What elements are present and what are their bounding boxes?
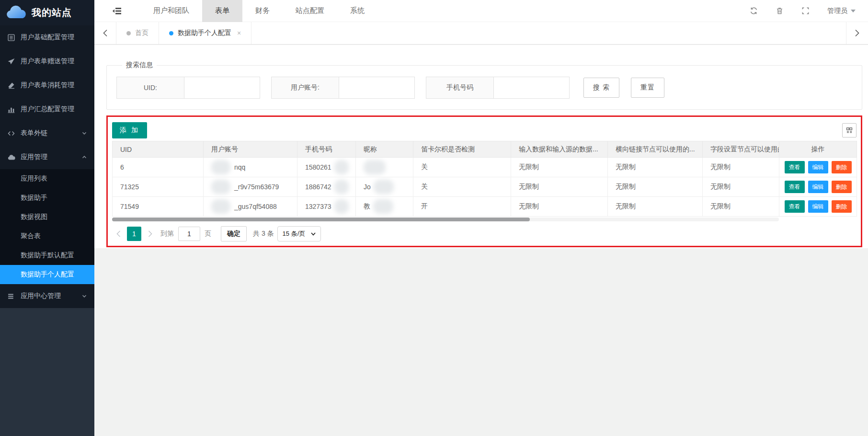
close-tab-icon[interactable]: × (237, 29, 241, 37)
phone-input[interactable] (493, 77, 570, 99)
cell-nickname-text: Jo (364, 183, 371, 191)
sidebar-subitem-assistant-personal-config[interactable]: 数据助手个人配置 (0, 265, 94, 284)
top-tab-users-teams[interactable]: 用户和团队 (140, 0, 202, 22)
sidebar-item-user-summary[interactable]: 用户汇总配置管理 (0, 97, 94, 121)
cell-account-text: nqq (234, 163, 245, 171)
content-card: 搜索信息 UID: 用户账号: 手机号码 搜 索 重置 (94, 45, 868, 248)
tabbar-scroll-right-icon[interactable] (846, 22, 868, 44)
pagination: 1 到第 页 确定 共 3 条 15 条/页 (112, 226, 857, 241)
sidebar-subitem-data-assistant[interactable]: 数据助手 (0, 188, 94, 207)
uid-label: UID: (116, 77, 184, 99)
table-toolbar: 添 加 (112, 121, 857, 140)
sidebar-item-label: 用户汇总配置管理 (21, 105, 74, 114)
col-header-actions[interactable]: 操作 (779, 141, 857, 158)
code-link-icon (7, 129, 15, 138)
account-input[interactable] (339, 77, 415, 99)
top-tab-system[interactable]: 系统 (337, 0, 377, 22)
cell-actions: 查看 编辑 删除 (779, 197, 857, 217)
redaction-blur (334, 160, 349, 174)
fullscreen-icon[interactable] (801, 7, 810, 15)
page-size-value: 15 条/页 (283, 229, 306, 238)
top-tab-label: 财务 (255, 6, 270, 15)
top-tab-finance[interactable]: 财务 (242, 0, 283, 22)
trash-icon[interactable] (776, 7, 784, 15)
col-header-uid[interactable]: UID (113, 141, 204, 158)
sidebar-item-form-external-link[interactable]: 表单外链 (0, 121, 94, 145)
reset-button[interactable]: 重置 (631, 78, 664, 98)
uid-field-group: UID: (116, 77, 260, 99)
subitem-label: 应用列表 (21, 174, 47, 183)
cell-uid: 6 (113, 158, 204, 177)
cell-account: _gus7qf54088 (204, 197, 297, 217)
cell-input-source-limit: 无限制 (511, 197, 608, 217)
tabbar-scroll-left-icon[interactable] (94, 22, 116, 44)
top-tab-site-config[interactable]: 站点配置 (283, 0, 337, 22)
scrollbar-thumb[interactable] (112, 218, 530, 221)
logo-bar[interactable]: 我的站点 (0, 0, 94, 25)
sidebar-item-app-center-manage[interactable]: 应用中心管理 (0, 284, 94, 308)
horizontal-scrollbar[interactable] (112, 218, 779, 221)
user-menu[interactable]: 管理员 (827, 7, 856, 15)
redaction-blur (374, 180, 394, 194)
view-button[interactable]: 查看 (785, 181, 805, 193)
top-tab-label: 系统 (350, 6, 365, 15)
prev-page-icon[interactable] (112, 227, 125, 241)
uid-input[interactable] (184, 77, 260, 99)
refresh-icon[interactable] (750, 7, 758, 15)
sidebar-item-label: 用户基础配置管理 (21, 33, 74, 42)
sidebar-item-app-manage[interactable]: 应用管理 (0, 145, 94, 169)
edit-button[interactable]: 编辑 (808, 200, 828, 213)
cell-account-text: _gus7qf54088 (234, 203, 277, 210)
cell-phone-text: 1886742 (305, 183, 331, 191)
chevron-down-icon (81, 293, 87, 299)
search-fieldset: 搜索信息 UID: 用户账号: 手机号码 搜 索 重置 (106, 61, 862, 110)
sidebar-subitem-aggregate-table[interactable]: 聚合表 (0, 227, 94, 246)
sidebar-subitem-data-view[interactable]: 数据视图 (0, 207, 94, 227)
page-tab-assistant-personal-config[interactable]: 数据助手个人配置 × (159, 22, 251, 44)
delete-button[interactable]: 删除 (832, 181, 852, 193)
column-settings-button[interactable] (842, 123, 857, 138)
col-header-link-node-limit[interactable]: 横向链接节点可以使用的... (608, 141, 703, 158)
col-header-phone[interactable]: 手机号码 (297, 141, 356, 158)
add-button[interactable]: 添 加 (112, 122, 147, 138)
top-header: 用户和团队 表单 财务 站点配置 系统 管理员 (94, 0, 868, 22)
redaction-blur (364, 160, 386, 174)
cloud-icon (7, 153, 15, 161)
col-header-input-source-limit[interactable]: 输入数据和输入源的数据... (511, 141, 608, 158)
goto-suffix-label: 页 (205, 229, 211, 238)
table-row: 71549 _gus7qf54088 1327373 教 开 无限制 无限制 无… (113, 197, 857, 217)
current-page-button[interactable]: 1 (127, 227, 141, 241)
goto-page-input[interactable] (178, 227, 200, 241)
delete-button[interactable]: 删除 (832, 161, 852, 173)
col-header-field-node-limit[interactable]: 字段设置节点可以使用的 (703, 141, 779, 158)
edit-button[interactable]: 编辑 (808, 161, 828, 173)
view-button[interactable]: 查看 (785, 200, 805, 213)
page-size-select[interactable]: 15 条/页 (277, 226, 321, 241)
edit-button[interactable]: 编辑 (808, 181, 828, 193)
highlighted-table-block: 添 加 UID 用户账号 手机号码 (106, 115, 862, 247)
table-row: 71325 _r9v75m63679 1886742 Jo 关 无限制 无限制 … (113, 177, 857, 197)
account-label: 用户账号: (271, 77, 339, 99)
delete-button[interactable]: 删除 (832, 200, 852, 213)
collapse-sidebar-icon[interactable] (112, 7, 122, 15)
view-button[interactable]: 查看 (785, 161, 805, 173)
phone-field-group: 手机号码 (426, 77, 570, 99)
cell-nickname-text: 教 (364, 202, 370, 211)
search-button[interactable]: 搜 索 (583, 78, 619, 98)
redaction-blur (211, 160, 230, 174)
sidebar-subitem-app-list[interactable]: 应用列表 (0, 169, 94, 188)
sidebar-item-form-gift[interactable]: 用户表单赠送管理 (0, 49, 94, 73)
sidebar-item-form-consume[interactable]: 用户表单消耗管理 (0, 73, 94, 97)
page-tab-home[interactable]: 首页 (116, 22, 159, 44)
top-tab-forms[interactable]: 表单 (202, 0, 242, 22)
col-header-account[interactable]: 用户账号 (204, 141, 297, 158)
confirm-page-button[interactable]: 确定 (221, 226, 247, 241)
next-page-icon[interactable] (144, 227, 156, 241)
col-header-cartesian[interactable]: 笛卡尔积是否检测 (413, 141, 511, 158)
sidebar-item-label: 用户表单赠送管理 (21, 57, 74, 66)
sidebar-subitem-assistant-default-config[interactable]: 数据助手默认配置 (0, 246, 94, 265)
sidebar-item-label: 用户表单消耗管理 (21, 81, 74, 90)
sidebar-item-user-base-config[interactable]: 用户基础配置管理 (0, 25, 94, 49)
subitem-label: 数据助手 (21, 194, 47, 202)
col-header-nickname[interactable]: 昵称 (356, 141, 413, 158)
